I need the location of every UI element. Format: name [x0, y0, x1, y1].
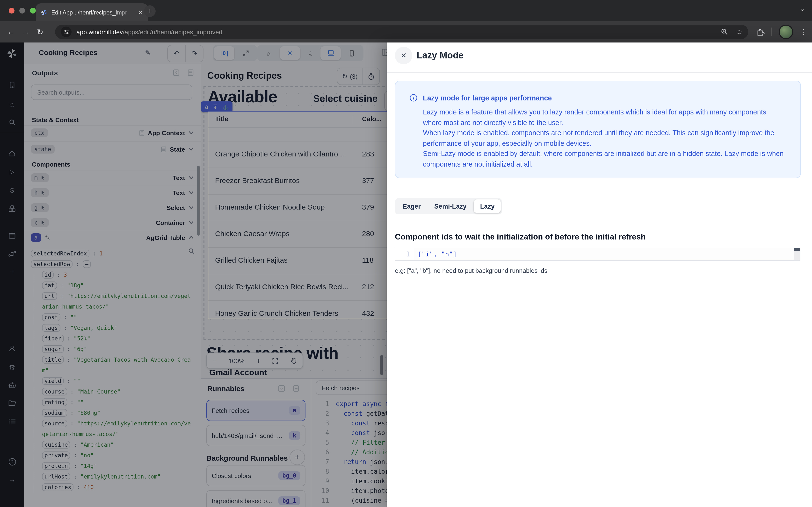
- info-icon: [409, 94, 418, 102]
- component-ids-value[interactable]: ["i", "h"]: [418, 248, 457, 260]
- tab-title: Edit App u/henri/recipes_impr: [51, 9, 134, 16]
- site-settings-icon[interactable]: [61, 26, 71, 37]
- component-ids-heading: Component ids to wait the initialization…: [395, 232, 646, 241]
- mode-semi-lazy-button[interactable]: Semi-Lazy: [428, 200, 473, 213]
- url-path: /apps/edit/u/henri/recipes_improved: [123, 28, 222, 36]
- forward-button[interactable]: →: [18, 27, 33, 36]
- url-text: app.windmill.dev/apps/edit/u/henri/recip…: [77, 28, 222, 36]
- windmill-favicon: [41, 9, 47, 16]
- browser-chrome: Edit App u/henri/recipes_impr ✕ + ⌄ ← → …: [0, 0, 812, 43]
- new-tab-button[interactable]: +: [144, 5, 156, 17]
- url-bar[interactable]: app.windmill.dev/apps/edit/u/henri/recip…: [55, 24, 748, 39]
- drawer-divider: [387, 72, 812, 73]
- browser-toolbar: ← → ↻ app.windmill.dev/apps/edit/u/henri…: [0, 21, 812, 43]
- reload-button[interactable]: ↻: [33, 27, 47, 37]
- editor-scrollbar-thumb[interactable]: [794, 248, 800, 251]
- extensions-puzzle-icon[interactable]: [756, 28, 765, 36]
- tab-strip: Edit App u/henri/recipes_impr ✕ + ⌄: [0, 0, 812, 21]
- back-button[interactable]: ←: [4, 27, 18, 36]
- browser-tab[interactable]: Edit App u/henri/recipes_impr ✕: [36, 3, 148, 21]
- toolbar-separator: [771, 27, 772, 36]
- info-paragraph-2: When lazy mode is enabled, components ar…: [423, 129, 774, 147]
- profile-avatar[interactable]: [779, 24, 793, 39]
- traffic-minimize-button[interactable]: [19, 8, 25, 13]
- lazy-mode-info-box: Lazy mode for large apps performance Laz…: [395, 80, 801, 178]
- zoom-page-icon[interactable]: [720, 28, 728, 36]
- close-drawer-button[interactable]: ✕: [395, 47, 412, 64]
- tab-search-chevron-icon[interactable]: ⌄: [800, 5, 805, 12]
- info-paragraph-1: Lazy mode is a feature that allows you t…: [423, 108, 766, 126]
- tab-close-icon[interactable]: ✕: [138, 9, 143, 15]
- stage: Edit App u/henri/recipes_impr ✕ + ⌄ ← → …: [0, 0, 812, 507]
- traffic-zoom-button[interactable]: [30, 8, 36, 13]
- mode-eager-button[interactable]: Eager: [396, 200, 427, 213]
- info-paragraph-3: Semi-Lazy mode is enabled by default, wh…: [423, 150, 784, 168]
- traffic-close-button[interactable]: [9, 8, 14, 13]
- browser-menu-icon[interactable]: ⋮: [800, 27, 807, 36]
- editor-line-number: 1: [395, 248, 414, 260]
- lazy-mode-seg-control: Eager Semi-Lazy Lazy: [395, 198, 502, 214]
- screenshot-viewport: Edit App u/henri/recipes_impr ✕ + ⌄ ← → …: [0, 0, 812, 507]
- drawer-title: Lazy Mode: [417, 50, 463, 61]
- editor-scrollbar-track[interactable]: [794, 248, 800, 260]
- component-ids-hint: e.g: ["a", "b"], no need to put backgrou…: [395, 267, 547, 274]
- url-host: app.windmill.dev: [77, 28, 123, 36]
- info-title: Lazy mode for large apps performance: [423, 94, 552, 102]
- component-ids-editor[interactable]: 1 ["i", "h"]: [395, 248, 800, 261]
- info-body: Lazy mode is a feature that allows you t…: [423, 107, 787, 169]
- mode-lazy-button[interactable]: Lazy: [474, 200, 501, 213]
- bookmark-star-icon[interactable]: ☆: [736, 27, 743, 36]
- lazy-mode-drawer: ✕ Lazy Mode Lazy mode for large apps per…: [387, 43, 812, 507]
